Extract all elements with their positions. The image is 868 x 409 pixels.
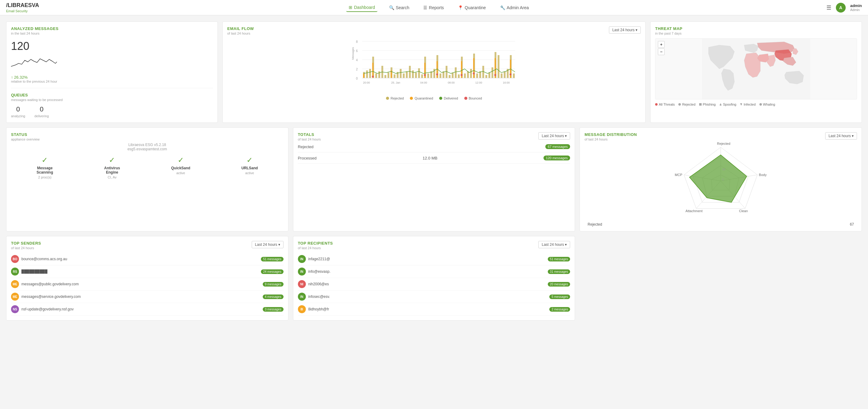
senders-title: TOP SENDERS <box>11 241 41 245</box>
check-message-scanning: ✓ MessageScanning 2 proc(s) <box>36 156 53 179</box>
sender-avatar: RS <box>11 268 19 275</box>
check-mark-1: ✓ <box>36 156 53 165</box>
user-role: Admin <box>850 8 862 12</box>
queue-delivering: 0 delivering <box>34 105 49 118</box>
svg-rect-12 <box>369 69 371 78</box>
recipient-email: nih2006@es <box>308 282 545 286</box>
sender-avatar: NS <box>11 305 19 313</box>
totals-dropdown[interactable]: Last 24 hours ▾ <box>538 132 570 140</box>
check-sub-2: CI, Av <box>104 175 120 179</box>
radar-chart: Rejected Body Clean Attachment MCP 1 10 <box>585 141 857 221</box>
svg-text:08:00: 08:00 <box>448 81 455 84</box>
recipient-avatar: IN <box>298 268 306 275</box>
nav-quarantine-label: Quarantine <box>465 5 486 10</box>
list-item: BO bounce@comms.acs.org.au 51 messages <box>11 253 283 265</box>
nav-right: ☰ A admin Admin <box>827 3 862 12</box>
recipients-dropdown[interactable]: Last 24 hours ▾ <box>538 241 570 248</box>
senders-dropdown[interactable]: Last 24 hours ▾ <box>252 241 283 248</box>
recipient-avatar: 8I <box>298 305 306 313</box>
nav-search[interactable]: 🔍 Search <box>386 4 412 12</box>
recipient-email: infosec@esv. <box>308 294 547 299</box>
dist-dropdown[interactable]: Last 24 hours ▾ <box>825 132 857 140</box>
map-area: + − <box>655 38 857 99</box>
svg-rect-14 <box>375 74 377 78</box>
list-item: IN infosec@esv. 5 messages <box>298 291 570 303</box>
queues-title: QUEUES <box>11 93 213 97</box>
svg-rect-64 <box>436 61 438 78</box>
bounced-dot <box>464 97 467 100</box>
svg-text:20:00: 20:00 <box>363 81 370 84</box>
flow-subtitle: of last 24 hours <box>227 32 254 35</box>
percent-label: relative to the previous 24 hour <box>11 80 213 83</box>
svg-text:Messages: Messages <box>351 47 354 60</box>
totals-processed-value: 12.0 MB <box>423 156 437 160</box>
phishing-dot <box>699 103 702 106</box>
flow-dropdown[interactable]: Last 24 hours ▾ <box>609 26 641 34</box>
sender-badge: 4 messages <box>263 294 283 299</box>
queues-section: QUEUES messages waiting to be processed … <box>11 88 213 118</box>
threat-legend: All Threats Rejected Phishing Spoofing I… <box>655 103 857 106</box>
status-title: STATUS <box>11 132 283 137</box>
svg-rect-47 <box>476 74 478 78</box>
reports-icon: ☰ <box>423 5 427 10</box>
check-sub-4: active <box>241 171 258 175</box>
svg-rect-40 <box>455 67 457 78</box>
check-antivirus: ✓ AntivirusEngine CI, Av <box>104 156 120 179</box>
dist-header: MESSAGE DISTRIBUTION of last 24 hours La… <box>585 132 857 141</box>
svg-rect-43 <box>464 74 466 78</box>
recipients-title-group: TOP RECIPIENTS of last 24 hours <box>298 241 333 250</box>
nav-dashboard[interactable]: ⊞ Dashboard <box>346 3 377 12</box>
svg-rect-38 <box>449 75 451 78</box>
distribution-card: MESSAGE DISTRIBUTION of last 24 hours La… <box>580 127 862 231</box>
quarantined-dot <box>410 97 413 100</box>
check-quicksand: ✓ QuickSand active <box>171 156 190 179</box>
zoom-out-button[interactable]: − <box>658 48 664 55</box>
legend-phishing: Phishing <box>699 103 716 106</box>
svg-rect-25 <box>409 66 411 78</box>
svg-text:MCP: MCP <box>675 173 682 177</box>
top-recipients-card: TOP RECIPIENTS of last 24 hours Last 24 … <box>293 236 575 321</box>
nav-dashboard-label: Dashboard <box>354 5 375 10</box>
spoofing-label: Spoofing <box>723 103 736 106</box>
hamburger-icon[interactable]: ☰ <box>827 4 831 11</box>
svg-point-69 <box>372 76 374 78</box>
sender-badge: 51 messages <box>261 257 283 261</box>
svg-rect-60 <box>363 74 364 78</box>
nav-admin[interactable]: 🔧 Admin Area <box>498 4 531 12</box>
recipients-title: TOP RECIPIENTS <box>298 241 333 245</box>
svg-text:Rejected: Rejected <box>717 142 731 145</box>
list-item: IN infage2211@ 51 messages <box>298 253 570 265</box>
svg-rect-17 <box>384 75 386 78</box>
check-mark-3: ✓ <box>171 156 190 165</box>
legend-bounced-label: Bounced <box>469 96 482 100</box>
appliance-host: esg5.esvaspamtest.com <box>11 147 283 151</box>
svg-rect-35 <box>439 74 441 78</box>
nav-quarantine[interactable]: 📍 Quarantine <box>456 4 488 12</box>
list-item: NI nih2006@es 20 messages <box>298 278 570 291</box>
senders-subtitle: of last 24 hours <box>11 246 41 250</box>
legend-rejected: Rejected <box>386 96 404 100</box>
legend-delivered: Delivered <box>439 96 458 100</box>
rejected-threat-dot <box>678 103 681 106</box>
chart-legend: Rejected Quarantined Delivered Bounced <box>227 96 641 100</box>
percent-change: ↑ 26.32% <box>11 75 213 80</box>
nav-items: ⊞ Dashboard 🔍 Search ☰ Reports 📍 Quarant… <box>51 3 827 12</box>
check-mark-2: ✓ <box>104 156 120 165</box>
main-content: ANALYZED MESSAGES in the last 24 hours 1… <box>0 15 868 327</box>
flow-header: EMAIL FLOW of last 24 hours Last 24 hour… <box>227 26 641 35</box>
check-label-4: URLSand <box>241 166 258 170</box>
nav-reports[interactable]: ☰ Reports <box>421 4 446 12</box>
sender-email: nsf-update@govdelivery.nsf.gov <box>22 307 260 311</box>
totals-title: TOTALS <box>298 132 321 137</box>
legend-quarantined-label: Quarantined <box>414 96 433 100</box>
totals-subtitle: of last 24 hours <box>298 138 321 141</box>
zoom-in-button[interactable]: + <box>658 41 664 48</box>
all-threats-label: All Threats <box>659 103 675 106</box>
sender-avatar: ME <box>11 293 19 301</box>
recipient-badge: 31 messages <box>548 269 570 274</box>
threat-title: THREAT MAP <box>655 26 857 31</box>
svg-rect-55 <box>501 74 502 78</box>
delivered-dot <box>439 97 442 100</box>
queue-analyzing: 0 analyzing <box>11 105 25 118</box>
check-label-1: MessageScanning <box>36 166 53 175</box>
